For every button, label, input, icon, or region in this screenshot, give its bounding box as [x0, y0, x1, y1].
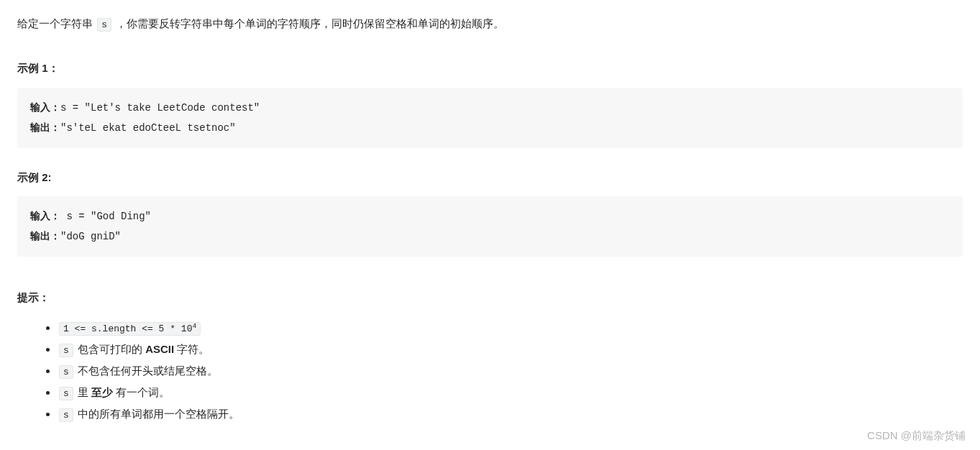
- hint-item-3: s 不包含任何开头或结尾空格。: [58, 362, 963, 380]
- example-2-heading: 示例 2:: [17, 168, 963, 187]
- hint-item-4: s 里 至少 有一个词。: [58, 383, 963, 402]
- hint-item-5: s 中的所有单词都用一个空格隔开。: [58, 405, 963, 423]
- example-1-block: 输入：s = "Let's take LeetCode contest" 输出：…: [17, 88, 963, 148]
- hint-5-text: 中的所有单词都用一个空格隔开。: [75, 408, 239, 420]
- hint-1-code: 1 <= s.length <= 5 * 104: [59, 322, 201, 336]
- intro-prefix: 给定一个字符串: [17, 17, 96, 29]
- watermark: CSDN @前端杂货铺: [867, 426, 966, 441]
- example-1-heading: 示例 1：: [17, 59, 963, 78]
- hint-2-code: s: [59, 344, 73, 357]
- hint-5-code: s: [59, 408, 73, 422]
- example-2-block: 输入： s = "God Ding" 输出："doG gniD": [17, 196, 963, 257]
- hint-4-code: s: [59, 387, 73, 400]
- example-2-output-value: "doG gniD": [60, 231, 121, 242]
- hints-list: 1 <= s.length <= 5 * 104 s 包含可打印的 ASCII …: [17, 318, 963, 423]
- intro-code-token: s: [97, 18, 111, 32]
- intro-suffix: ，你需要反转字符串中每个单词的字符顺序，同时仍保留空格和单词的初始顺序。: [113, 17, 504, 29]
- hint-item-1: 1 <= s.length <= 5 * 104: [58, 318, 963, 337]
- hint-3-text: 不包含任何开头或结尾空格。: [75, 364, 218, 377]
- example-1-output-value: "s'teL ekat edoCteeL tsetnoc": [60, 122, 236, 134]
- hint-2-bold: ASCII: [145, 343, 174, 355]
- example-2-input-label: 输入：: [30, 211, 60, 222]
- example-2-input-value: s = "God Ding": [60, 211, 151, 222]
- hint-2-text-after: 字符。: [174, 343, 209, 355]
- example-2-output-label: 输出：: [30, 231, 60, 242]
- hint-item-2: s 包含可打印的 ASCII 字符。: [58, 340, 963, 359]
- example-1-input-value: s = "Let's take LeetCode contest": [60, 102, 260, 114]
- hint-3-code: s: [59, 365, 73, 379]
- hint-4-text-before: 里: [75, 386, 91, 398]
- hint-2-text-before: 包含可打印的: [75, 343, 145, 355]
- hint-4-text-after: 有一个词。: [113, 386, 170, 398]
- problem-description: 给定一个字符串 s ，你需要反转字符串中每个单词的字符顺序，同时仍保留空格和单词…: [17, 14, 963, 33]
- example-1-output-label: 输出：: [30, 122, 60, 134]
- hints-heading: 提示：: [17, 288, 963, 307]
- example-1-input-label: 输入：: [30, 102, 60, 114]
- hint-4-bold: 至少: [91, 386, 113, 398]
